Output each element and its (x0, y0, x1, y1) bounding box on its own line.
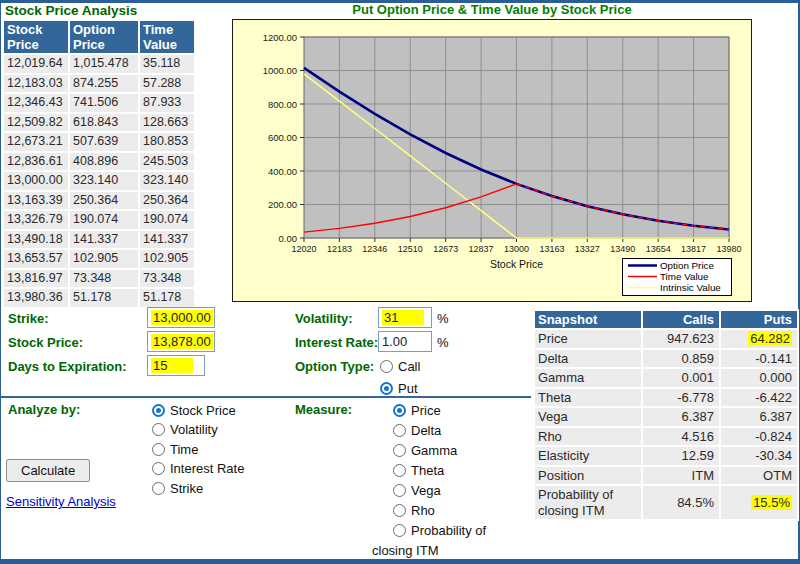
puts-value: 15.5% (721, 486, 797, 519)
cell: 73.348 (70, 270, 138, 288)
cell: 408.896 (70, 153, 138, 171)
radio-icon (393, 504, 406, 517)
cell: 323.140 (140, 172, 194, 190)
table-row: 13,000.00323.140323.140 (4, 172, 194, 190)
table-row: 12,346.43741.50687.933 (4, 94, 194, 112)
sensitivity-analysis-link[interactable]: Sensitivity Analysis (6, 494, 116, 509)
radio-label: Probability of closing ITM (372, 523, 486, 558)
days-to-expiration-input[interactable]: 15 (147, 355, 205, 376)
cell: 190.074 (140, 211, 194, 229)
svg-text:12183: 12183 (327, 244, 352, 254)
measure-label: Measure: (295, 402, 352, 417)
volatility-input[interactable]: 31 (378, 307, 432, 328)
calls-value: 947.623 (643, 330, 719, 348)
svg-text:13327: 13327 (575, 244, 600, 254)
snapshot-row-position: PositionITMOTM (535, 467, 797, 485)
svg-text:13163: 13163 (539, 244, 564, 254)
svg-text:12837: 12837 (469, 244, 494, 254)
calculate-button[interactable]: Calculate (6, 459, 90, 482)
snapshot-row-rho: Rho4.516-0.824 (535, 428, 797, 446)
puts-value: -6.422 (721, 389, 797, 407)
cell: 245.503 (140, 153, 194, 171)
calls-value: 0.859 (643, 350, 719, 368)
measure-option-gamma[interactable]: Gamma (372, 441, 500, 461)
cell: 507.639 (70, 133, 138, 151)
chart-title: Put Option Price & Time Value by Stock P… (232, 2, 752, 17)
cell: 51.178 (140, 289, 194, 307)
stock-price-analysis-table: Stock PriceOption PriceTime Value12,019.… (2, 19, 196, 309)
radio-label: Time (170, 442, 198, 457)
snapshot-row-vega: Vega6.3876.387 (535, 408, 797, 426)
analyze-by-option-volatility[interactable]: Volatility (152, 420, 244, 439)
cell: 13,000.00 (4, 172, 68, 190)
cell: 13,653.57 (4, 250, 68, 268)
strike-input[interactable]: 13,000.00 (147, 307, 215, 328)
cell: 180.853 (140, 133, 194, 151)
svg-text:Stock Price: Stock Price (490, 258, 543, 270)
interest-rate-input[interactable]: 1.00 (378, 331, 432, 352)
days-to-expiration-value: 15 (151, 358, 193, 373)
radio-icon (380, 382, 393, 395)
puts-value: 64.282 (721, 330, 797, 348)
measure-option-delta[interactable]: Delta (372, 421, 500, 441)
svg-text:200.00: 200.00 (268, 199, 297, 210)
measure-radio-group: PriceDeltaGammaThetaVegaRhoProbability o… (372, 401, 500, 561)
radio-icon (393, 484, 406, 497)
left-border-bar (0, 0, 1, 564)
put-option-chart: 0.00200.00400.00600.00800.001000.001200.… (232, 19, 752, 302)
cell: 1,015.478 (70, 55, 138, 73)
svg-text:12346: 12346 (362, 244, 387, 254)
svg-text:13000: 13000 (504, 244, 529, 254)
interest-rate-label: Interest Rate: (295, 335, 378, 350)
snapshot-row-elasticity: Elasticity12.59-30.34 (535, 447, 797, 465)
analyze-by-option-time[interactable]: Time (152, 440, 244, 459)
puts-value: 0.000 (721, 369, 797, 387)
radio-label: Price (411, 403, 441, 418)
svg-text:1000.00: 1000.00 (263, 65, 297, 76)
radio-icon (393, 404, 406, 417)
option-type-option-call[interactable]: Call (380, 356, 420, 378)
cell: 12,019.64 (4, 55, 68, 73)
snapshot-table: SnapshotCallsPutsPrice947.62364.282Delta… (533, 309, 799, 521)
radio-label: Volatility (170, 422, 218, 437)
measure-option-rho[interactable]: Rho (372, 501, 500, 521)
analyze-by-option-stock-price[interactable]: Stock Price (152, 401, 244, 420)
cell: 57.288 (140, 75, 194, 93)
section-divider (0, 396, 531, 398)
cell: 741.506 (70, 94, 138, 112)
calls-value: ITM (643, 467, 719, 485)
cell: 51.178 (70, 289, 138, 307)
table-row: 12,836.61408.896245.503 (4, 153, 194, 171)
cell: 12,509.82 (4, 114, 68, 132)
cell: 874.255 (70, 75, 138, 93)
cell: 618.843 (70, 114, 138, 132)
puts-value: -0.824 (721, 428, 797, 446)
stock-price-input[interactable]: 13,878.00 (147, 331, 215, 352)
radio-label: Strike (170, 481, 203, 496)
measure-option-price[interactable]: Price (372, 401, 500, 421)
svg-text:600.00: 600.00 (268, 132, 297, 143)
radio-icon (152, 482, 165, 495)
svg-text:12673: 12673 (433, 244, 458, 254)
calls-value: 4.516 (643, 428, 719, 446)
analyze-by-option-interest-rate[interactable]: Interest Rate (152, 459, 244, 478)
column-header-time-value: Time Value (140, 21, 194, 53)
snapshot-row-label: Vega (535, 408, 641, 426)
analyze-by-option-strike[interactable]: Strike (152, 479, 244, 498)
cell: 190.074 (70, 211, 138, 229)
svg-text:0.00: 0.00 (279, 233, 298, 244)
calls-value: 6.387 (643, 408, 719, 426)
measure-option-theta[interactable]: Theta (372, 461, 500, 481)
interest-rate-percent-suffix: % (437, 335, 449, 350)
radio-icon (393, 444, 406, 457)
radio-icon (152, 423, 165, 436)
svg-text:Option Price: Option Price (660, 260, 714, 271)
measure-option-vega[interactable]: Vega (372, 481, 500, 501)
snapshot-row-label: Probability of closing ITM (535, 486, 641, 519)
measure-option-probability-of-closing-itm[interactable]: Probability of closing ITM (372, 521, 500, 561)
puts-value: 6.387 (721, 408, 797, 426)
radio-icon (152, 462, 165, 475)
cell: 12,836.61 (4, 153, 68, 171)
puts-value: OTM (721, 467, 797, 485)
puts-header: Puts (721, 311, 797, 328)
